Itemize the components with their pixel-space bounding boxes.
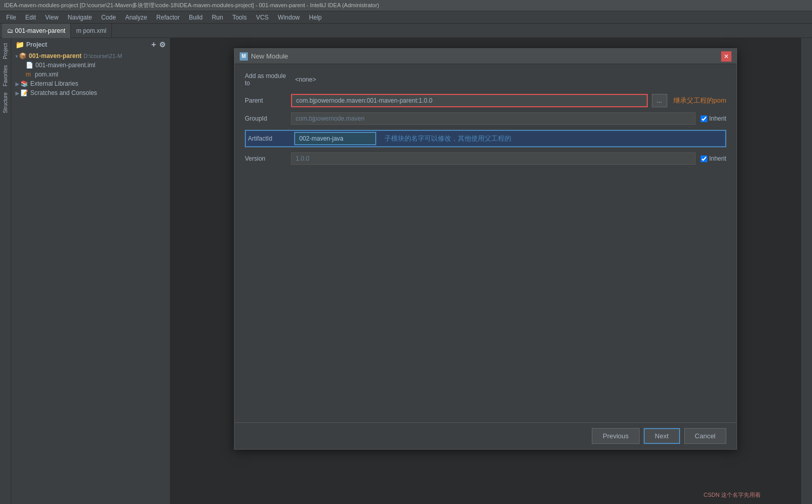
version-input-container (291, 152, 695, 165)
sidebar-add-icon[interactable]: + (151, 40, 156, 49)
tree-item-iml[interactable]: 📄 001-maven-parent.iml (11, 61, 170, 70)
label-version: Version (245, 155, 291, 162)
next-button[interactable]: Next (644, 428, 680, 444)
menu-analyze[interactable]: Analyze (121, 13, 151, 22)
title-bar: IDEA-maven-modules-project [D:\course\21… (0, 0, 812, 11)
parent-annotation: 继承父工程的pom (673, 96, 726, 105)
scratch-icon: 📝 (21, 89, 28, 96)
form-row-parent: Parent ... 继承父工程的pom (245, 94, 726, 107)
groupid-inherit-label: Inherit (709, 115, 726, 122)
tab-maven-parent[interactable]: 🗂 001-maven-parent (2, 24, 71, 38)
groupid-inherit-checkbox[interactable] (701, 115, 707, 122)
dialog-footer: Previous Next Cancel (235, 422, 737, 449)
library-icon: 📚 (21, 80, 28, 87)
tree-label-parent: 001-maven-parent (29, 52, 82, 60)
version-inherit-container: Inherit (701, 155, 726, 162)
file-icon-iml: 📄 (26, 62, 33, 69)
cancel-button[interactable]: Cancel (684, 428, 726, 444)
sidebar-settings-icon[interactable]: ⚙ (159, 41, 166, 49)
version-inherit-checkbox[interactable] (701, 156, 707, 162)
label-groupid: GroupId (245, 115, 291, 122)
sidebar-title: Project (26, 41, 47, 48)
menu-window[interactable]: Window (274, 13, 304, 22)
arrow-scratches: ▶ (15, 90, 20, 96)
tab-maven-parent-label: 🗂 001-maven-parent (7, 27, 65, 34)
menu-build[interactable]: Build (185, 13, 207, 22)
tree-label-libraries: External Libraries (30, 80, 78, 87)
title-text: IDEA-maven-modules-project [D:\course\21… (4, 2, 379, 9)
form-row-version: Version Inherit (245, 152, 726, 165)
label-artifactid: ArtifactId (248, 135, 294, 142)
groupid-input-container (291, 112, 695, 125)
menu-run[interactable]: Run (208, 13, 227, 22)
add-module-value: <none> (295, 76, 316, 83)
folder-icon: 📁 (15, 41, 24, 49)
tree-item-scratches[interactable]: ▶ 📝 Scratches and Consoles (11, 88, 170, 98)
menu-edit[interactable]: Edit (21, 13, 40, 22)
folder-icon-parent: 📦 (19, 52, 27, 60)
tab-pom-xml[interactable]: m pom.xml (71, 24, 112, 38)
previous-button[interactable]: Previous (592, 428, 640, 444)
menu-refactor[interactable]: Refactor (152, 13, 184, 22)
add-module-label: Add as module to (245, 72, 291, 87)
dialog-title-icon: M (240, 52, 248, 61)
menu-navigate[interactable]: Navigate (64, 13, 96, 22)
menu-file[interactable]: File (2, 13, 20, 22)
dialog-title-text: New Module (251, 52, 288, 60)
add-module-row: Add as module to <none> (245, 72, 726, 87)
right-vertical-tabs (801, 38, 812, 504)
arrow-parent: ▾ (15, 53, 18, 59)
dialog-body: Add as module to <none> Parent ... 继承父工程… (235, 64, 737, 178)
version-inherit-label: Inherit (709, 155, 726, 162)
groupid-input[interactable] (291, 112, 695, 125)
content-area: M New Module ✕ Add as module to <none> (170, 38, 801, 504)
form-row-artifactid: ArtifactId 子模块的名字可以修改，其他使用父工程的 (245, 130, 726, 147)
artifactid-annotation: 子模块的名字可以修改，其他使用父工程的 (380, 132, 723, 145)
artifactid-input[interactable] (294, 132, 376, 145)
tree-item-pom[interactable]: m pom.xml (11, 70, 170, 79)
main-layout: Project Favorites Structure 📁 Project + … (0, 38, 812, 504)
tree-item-parent[interactable]: ▾ 📦 001-maven-parent D:\course\21-M (11, 51, 170, 61)
tree-label-iml: 001-maven-parent.iml (35, 62, 95, 69)
modal-overlay: M New Module ✕ Add as module to <none> (170, 38, 801, 504)
menu-vcs[interactable]: VCS (252, 13, 273, 22)
watermark: CSDN 这个名字先用着 (704, 491, 761, 499)
new-module-dialog: M New Module ✕ Add as module to <none> (234, 48, 737, 450)
dialog-title-bar: M New Module ✕ (235, 49, 737, 64)
left-vertical-tabs: Project Favorites Structure (0, 38, 11, 504)
sidebar: 📁 Project + ⚙ ▾ 📦 001-maven-parent D:\co… (11, 38, 170, 504)
menu-tools[interactable]: Tools (228, 13, 251, 22)
groupid-inherit-container: Inherit (701, 115, 726, 122)
dialog-content-wrapper: Add as module to <none> Parent ... 继承父工程… (235, 64, 737, 449)
tree-item-libraries[interactable]: ▶ 📚 External Libraries (11, 79, 170, 88)
vtab-project[interactable]: Project (2, 40, 9, 62)
menu-code[interactable]: Code (97, 13, 120, 22)
vtab-structure[interactable]: Structure (2, 89, 9, 117)
tree-label-pom: pom.xml (35, 71, 58, 78)
parent-ellipsis-button[interactable]: ... (652, 94, 667, 107)
parent-input[interactable] (291, 94, 648, 107)
tab-pom-xml-label: m pom.xml (76, 27, 106, 34)
version-input[interactable] (291, 152, 695, 165)
arrow-libraries: ▶ (15, 81, 20, 87)
parent-input-container (291, 94, 648, 107)
sidebar-header: 📁 Project + ⚙ (11, 38, 170, 51)
form-row-groupid: GroupId Inherit (245, 112, 726, 125)
menu-bar: File Edit View Navigate Code Analyze Ref… (0, 11, 812, 24)
menu-view[interactable]: View (41, 13, 63, 22)
vtab-favorites[interactable]: Favorites (2, 62, 9, 89)
tree-label-scratches: Scratches and Consoles (30, 89, 97, 96)
tree-path-parent: D:\course\21-M (84, 53, 122, 59)
tab-bar: 🗂 001-maven-parent m pom.xml (0, 24, 812, 38)
dialog-close-button[interactable]: ✕ (721, 51, 731, 62)
file-icon-pom: m (26, 71, 31, 78)
label-parent: Parent (245, 97, 291, 104)
menu-help[interactable]: Help (305, 13, 326, 22)
